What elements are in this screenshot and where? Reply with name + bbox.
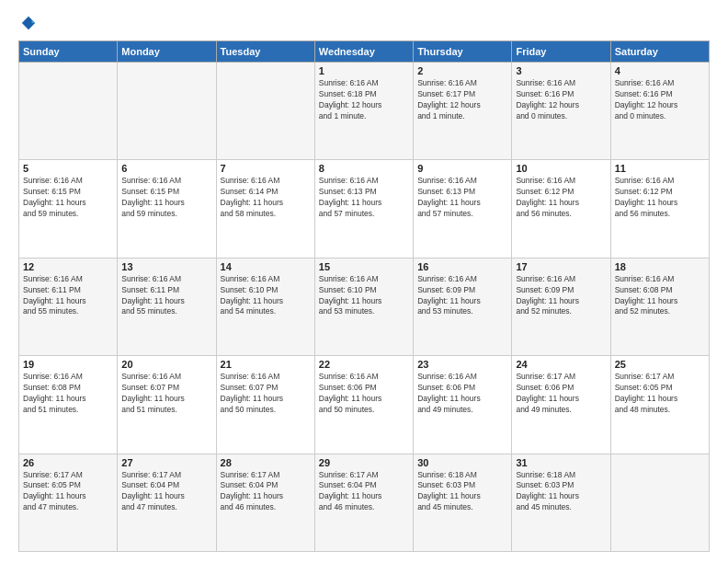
day-number: 3 bbox=[516, 65, 606, 76]
day-info: Sunrise: 6:16 AM Sunset: 6:18 PM Dayligh… bbox=[319, 78, 409, 122]
day-number: 10 bbox=[516, 163, 606, 174]
calendar-cell: 5Sunrise: 6:16 AM Sunset: 6:15 PM Daylig… bbox=[19, 160, 118, 258]
calendar-cell: 2Sunrise: 6:16 AM Sunset: 6:17 PM Daylig… bbox=[414, 63, 512, 160]
day-info: Sunrise: 6:16 AM Sunset: 6:11 PM Dayligh… bbox=[121, 274, 211, 318]
day-info: Sunrise: 6:16 AM Sunset: 6:12 PM Dayligh… bbox=[516, 176, 606, 220]
day-number: 29 bbox=[319, 457, 409, 468]
day-info: Sunrise: 6:16 AM Sunset: 6:17 PM Dayligh… bbox=[417, 78, 507, 122]
day-number: 6 bbox=[121, 163, 211, 174]
day-number: 23 bbox=[417, 359, 507, 370]
calendar-cell: 25Sunrise: 6:17 AM Sunset: 6:05 PM Dayli… bbox=[610, 356, 709, 454]
day-number: 8 bbox=[319, 163, 409, 174]
calendar-cell: 31Sunrise: 6:18 AM Sunset: 6:03 PM Dayli… bbox=[512, 454, 610, 551]
day-info: Sunrise: 6:16 AM Sunset: 6:08 PM Dayligh… bbox=[23, 372, 113, 416]
day-info: Sunrise: 6:16 AM Sunset: 6:15 PM Dayligh… bbox=[23, 176, 113, 220]
calendar-cell: 24Sunrise: 6:17 AM Sunset: 6:06 PM Dayli… bbox=[512, 356, 610, 454]
calendar-cell: 16Sunrise: 6:16 AM Sunset: 6:09 PM Dayli… bbox=[414, 258, 512, 355]
weekday-header-sunday: Sunday bbox=[19, 41, 118, 63]
calendar-cell: 1Sunrise: 6:16 AM Sunset: 6:18 PM Daylig… bbox=[314, 63, 413, 160]
calendar-cell: 18Sunrise: 6:16 AM Sunset: 6:08 PM Dayli… bbox=[610, 258, 709, 355]
day-number: 14 bbox=[221, 261, 311, 272]
calendar-cell: 29Sunrise: 6:17 AM Sunset: 6:04 PM Dayli… bbox=[314, 454, 413, 551]
calendar-cell: 23Sunrise: 6:16 AM Sunset: 6:06 PM Dayli… bbox=[414, 356, 512, 454]
day-number: 26 bbox=[23, 457, 113, 468]
day-info: Sunrise: 6:17 AM Sunset: 6:05 PM Dayligh… bbox=[615, 372, 705, 416]
day-info: Sunrise: 6:16 AM Sunset: 6:13 PM Dayligh… bbox=[319, 176, 409, 220]
calendar-cell: 12Sunrise: 6:16 AM Sunset: 6:11 PM Dayli… bbox=[19, 258, 118, 355]
day-info: Sunrise: 6:17 AM Sunset: 6:05 PM Dayligh… bbox=[23, 470, 113, 514]
calendar-week-row: 26Sunrise: 6:17 AM Sunset: 6:05 PM Dayli… bbox=[19, 454, 710, 551]
weekday-header-tuesday: Tuesday bbox=[216, 41, 314, 63]
calendar-cell: 13Sunrise: 6:16 AM Sunset: 6:11 PM Dayli… bbox=[118, 258, 216, 355]
calendar-cell: 14Sunrise: 6:16 AM Sunset: 6:10 PM Dayli… bbox=[216, 258, 314, 355]
calendar-week-row: 1Sunrise: 6:16 AM Sunset: 6:18 PM Daylig… bbox=[19, 63, 710, 160]
calendar-cell bbox=[118, 63, 216, 160]
day-number: 12 bbox=[23, 261, 113, 272]
calendar-week-row: 5Sunrise: 6:16 AM Sunset: 6:15 PM Daylig… bbox=[19, 160, 710, 258]
calendar-cell: 6Sunrise: 6:16 AM Sunset: 6:15 PM Daylig… bbox=[118, 160, 216, 258]
day-number: 11 bbox=[615, 163, 705, 174]
day-info: Sunrise: 6:16 AM Sunset: 6:10 PM Dayligh… bbox=[221, 274, 311, 318]
calendar-week-row: 12Sunrise: 6:16 AM Sunset: 6:11 PM Dayli… bbox=[19, 258, 710, 355]
day-info: Sunrise: 6:16 AM Sunset: 6:15 PM Dayligh… bbox=[121, 176, 211, 220]
day-number: 22 bbox=[319, 359, 409, 370]
day-info: Sunrise: 6:17 AM Sunset: 6:06 PM Dayligh… bbox=[516, 372, 606, 416]
calendar-table: SundayMondayTuesdayWednesdayThursdayFrid… bbox=[18, 40, 710, 552]
day-number: 7 bbox=[221, 163, 311, 174]
day-info: Sunrise: 6:16 AM Sunset: 6:09 PM Dayligh… bbox=[417, 274, 507, 318]
day-number: 20 bbox=[121, 359, 211, 370]
calendar-cell: 11Sunrise: 6:16 AM Sunset: 6:12 PM Dayli… bbox=[610, 160, 709, 258]
day-number: 25 bbox=[615, 359, 705, 370]
weekday-header-friday: Friday bbox=[512, 41, 610, 63]
day-number: 24 bbox=[516, 359, 606, 370]
day-info: Sunrise: 6:18 AM Sunset: 6:03 PM Dayligh… bbox=[417, 470, 507, 514]
day-info: Sunrise: 6:17 AM Sunset: 6:04 PM Dayligh… bbox=[121, 470, 211, 514]
calendar-cell: 8Sunrise: 6:16 AM Sunset: 6:13 PM Daylig… bbox=[314, 160, 413, 258]
calendar-cell: 7Sunrise: 6:16 AM Sunset: 6:14 PM Daylig… bbox=[216, 160, 314, 258]
day-number: 1 bbox=[319, 65, 409, 76]
calendar-cell: 27Sunrise: 6:17 AM Sunset: 6:04 PM Dayli… bbox=[118, 454, 216, 551]
day-number: 5 bbox=[23, 163, 113, 174]
weekday-header-thursday: Thursday bbox=[414, 41, 512, 63]
day-info: Sunrise: 6:18 AM Sunset: 6:03 PM Dayligh… bbox=[516, 470, 606, 514]
logo-icon bbox=[20, 15, 37, 31]
day-number: 2 bbox=[417, 65, 507, 76]
day-info: Sunrise: 6:16 AM Sunset: 6:12 PM Dayligh… bbox=[615, 176, 705, 220]
day-info: Sunrise: 6:16 AM Sunset: 6:16 PM Dayligh… bbox=[516, 78, 606, 122]
calendar-cell: 26Sunrise: 6:17 AM Sunset: 6:05 PM Dayli… bbox=[19, 454, 118, 551]
day-number: 4 bbox=[615, 65, 705, 76]
day-number: 18 bbox=[615, 261, 705, 272]
day-info: Sunrise: 6:16 AM Sunset: 6:07 PM Dayligh… bbox=[221, 372, 311, 416]
day-info: Sunrise: 6:16 AM Sunset: 6:09 PM Dayligh… bbox=[516, 274, 606, 318]
calendar-cell: 20Sunrise: 6:16 AM Sunset: 6:07 PM Dayli… bbox=[118, 356, 216, 454]
weekday-header-monday: Monday bbox=[118, 41, 216, 63]
day-info: Sunrise: 6:16 AM Sunset: 6:06 PM Dayligh… bbox=[319, 372, 409, 416]
day-info: Sunrise: 6:16 AM Sunset: 6:14 PM Dayligh… bbox=[221, 176, 311, 220]
calendar-cell bbox=[610, 454, 709, 551]
day-number: 21 bbox=[221, 359, 311, 370]
calendar-cell: 21Sunrise: 6:16 AM Sunset: 6:07 PM Dayli… bbox=[216, 356, 314, 454]
day-info: Sunrise: 6:16 AM Sunset: 6:11 PM Dayligh… bbox=[23, 274, 113, 318]
weekday-header-wednesday: Wednesday bbox=[314, 41, 413, 63]
day-info: Sunrise: 6:16 AM Sunset: 6:10 PM Dayligh… bbox=[319, 274, 409, 318]
logo bbox=[18, 15, 37, 31]
day-number: 9 bbox=[417, 163, 507, 174]
weekday-header-saturday: Saturday bbox=[610, 41, 709, 63]
calendar-cell: 30Sunrise: 6:18 AM Sunset: 6:03 PM Dayli… bbox=[414, 454, 512, 551]
calendar-cell: 9Sunrise: 6:16 AM Sunset: 6:13 PM Daylig… bbox=[414, 160, 512, 258]
day-info: Sunrise: 6:17 AM Sunset: 6:04 PM Dayligh… bbox=[319, 470, 409, 514]
day-info: Sunrise: 6:16 AM Sunset: 6:06 PM Dayligh… bbox=[417, 372, 507, 416]
calendar-cell: 3Sunrise: 6:16 AM Sunset: 6:16 PM Daylig… bbox=[512, 63, 610, 160]
day-info: Sunrise: 6:16 AM Sunset: 6:13 PM Dayligh… bbox=[417, 176, 507, 220]
calendar-cell: 17Sunrise: 6:16 AM Sunset: 6:09 PM Dayli… bbox=[512, 258, 610, 355]
calendar-cell: 10Sunrise: 6:16 AM Sunset: 6:12 PM Dayli… bbox=[512, 160, 610, 258]
calendar-cell: 19Sunrise: 6:16 AM Sunset: 6:08 PM Dayli… bbox=[19, 356, 118, 454]
calendar-cell: 15Sunrise: 6:16 AM Sunset: 6:10 PM Dayli… bbox=[314, 258, 413, 355]
page: SundayMondayTuesdayWednesdayThursdayFrid… bbox=[0, 0, 728, 563]
calendar-cell: 4Sunrise: 6:16 AM Sunset: 6:16 PM Daylig… bbox=[610, 63, 709, 160]
day-info: Sunrise: 6:16 AM Sunset: 6:07 PM Dayligh… bbox=[121, 372, 211, 416]
day-number: 13 bbox=[121, 261, 211, 272]
calendar-week-row: 19Sunrise: 6:16 AM Sunset: 6:08 PM Dayli… bbox=[19, 356, 710, 454]
day-number: 31 bbox=[516, 457, 606, 468]
day-number: 17 bbox=[516, 261, 606, 272]
